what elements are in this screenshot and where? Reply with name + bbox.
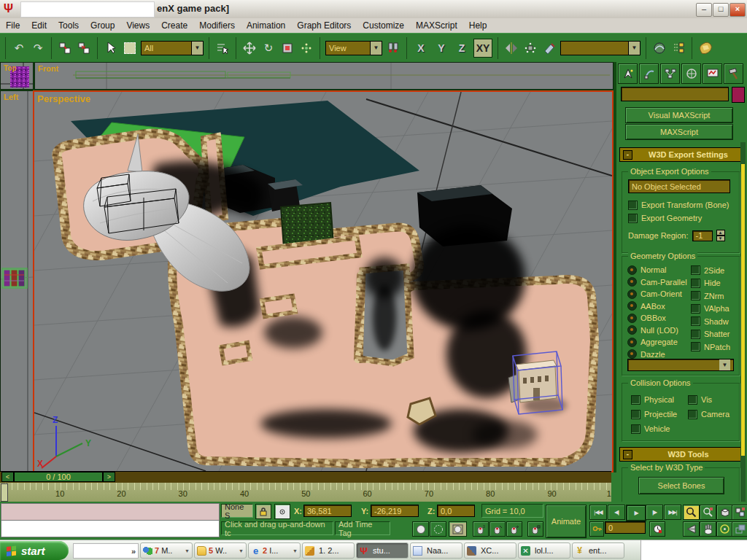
modify-tab-icon[interactable] xyxy=(639,63,659,84)
z-coordinate-field[interactable]: 0,0 xyxy=(437,505,475,517)
checkbox[interactable] xyxy=(628,201,638,210)
play-animation-icon[interactable]: ▶ xyxy=(626,505,646,521)
absolute-offset-toggle-icon[interactable] xyxy=(274,504,290,519)
hierarchy-tab-icon[interactable] xyxy=(660,63,680,84)
axis-x-button[interactable]: X xyxy=(412,39,430,57)
maximize-button[interactable]: □ xyxy=(713,3,729,17)
menu-item[interactable]: MAXScript xyxy=(410,18,463,33)
min-max-toggle-icon[interactable] xyxy=(732,521,747,537)
menu-item[interactable]: Edit xyxy=(26,18,53,33)
pan-hand-icon[interactable] xyxy=(700,521,716,537)
radio-button[interactable] xyxy=(627,338,637,347)
x-coordinate-field[interactable]: 36,581 xyxy=(303,505,352,517)
mouse-percent-icon[interactable] xyxy=(527,521,543,537)
taskbar-button[interactable]: 7 M.. ▼ xyxy=(140,542,193,559)
viewport-front[interactable]: Front xyxy=(34,62,614,90)
use-center-icon[interactable] xyxy=(385,40,401,56)
radio-button[interactable] xyxy=(627,277,637,287)
schematic-view-icon[interactable] xyxy=(670,40,686,56)
previous-frame-icon[interactable]: ◀| xyxy=(608,505,625,520)
radio-button[interactable] xyxy=(627,289,637,299)
quick-launch-area[interactable]: » xyxy=(73,543,139,559)
curve-editor-icon[interactable] xyxy=(651,40,667,56)
next-frame-icon[interactable]: |▶ xyxy=(646,505,663,520)
menu-item[interactable]: Tools xyxy=(53,18,85,33)
track-bar[interactable]: 102030405060708090100 xyxy=(0,483,611,502)
axis-y-button[interactable]: Y xyxy=(433,39,450,57)
taskbar-button[interactable]: Naa... xyxy=(410,542,462,559)
redo-icon[interactable]: ↷ xyxy=(30,40,46,56)
menu-item[interactable]: Help xyxy=(463,18,493,33)
current-frame-field[interactable]: 0 xyxy=(605,521,646,534)
select-bones-button[interactable]: Select Bones xyxy=(638,477,724,494)
checkbox[interactable] xyxy=(631,395,640,405)
previous-frame-arrow[interactable]: < xyxy=(1,472,14,482)
select-scale-icon[interactable] xyxy=(279,40,295,56)
time-slider[interactable]: < 0 / 100 > xyxy=(1,472,115,482)
checkbox[interactable] xyxy=(688,395,697,405)
geometry-dropdown[interactable]: ▼ xyxy=(627,359,734,371)
radio-button[interactable] xyxy=(627,301,637,311)
maxscript-listener-white[interactable] xyxy=(1,520,220,537)
dropdown-arrow-icon[interactable]: ▼ xyxy=(719,359,730,370)
menu-item[interactable]: Modifiers xyxy=(193,18,241,33)
viewport-left[interactable]: Left xyxy=(0,90,34,472)
create-tab-icon[interactable] xyxy=(618,63,638,84)
display-tab-icon[interactable] xyxy=(703,63,722,84)
go-to-start-icon[interactable]: |◀◀ xyxy=(589,505,607,520)
key-mode-icon[interactable] xyxy=(589,521,604,537)
checkbox[interactable] xyxy=(691,291,700,300)
zoom-extents-all-icon[interactable] xyxy=(732,505,747,520)
wireframe-sphere-icon[interactable] xyxy=(430,521,446,537)
snap-toggle-icon[interactable] xyxy=(298,40,314,56)
mouse-snap-icon[interactable] xyxy=(489,521,506,537)
select-by-name-icon[interactable] xyxy=(214,40,231,56)
radio-button[interactable] xyxy=(627,349,637,359)
checkbox[interactable] xyxy=(631,424,640,434)
radio-button[interactable] xyxy=(627,325,637,335)
chevron-icon[interactable]: » xyxy=(129,547,138,556)
dropdown-arrow-icon[interactable]: ▼ xyxy=(370,42,382,55)
utilities-tab-icon[interactable] xyxy=(724,63,743,84)
shaded-sphere-icon[interactable] xyxy=(412,521,429,537)
menu-item[interactable]: Group xyxy=(85,18,120,33)
selection-region-icon[interactable] xyxy=(122,40,138,56)
taskbar-button[interactable]: XC... xyxy=(464,542,516,559)
damage-region-spinner[interactable]: -1 xyxy=(692,230,713,241)
radio-button[interactable] xyxy=(627,265,637,275)
menu-item[interactable]: Create xyxy=(155,18,193,33)
select-rotate-icon[interactable]: ↻ xyxy=(260,40,276,56)
checkbox[interactable] xyxy=(631,410,640,419)
menu-item[interactable]: Customize xyxy=(357,18,410,33)
time-configuration-icon[interactable] xyxy=(649,521,665,537)
spinner-arrows-icon[interactable]: ▲ ▼ xyxy=(716,230,725,241)
dropdown-arrow-icon[interactable]: ▼ xyxy=(628,42,640,55)
scrollbar-thumb[interactable] xyxy=(741,164,745,456)
taskbar-button[interactable]: 5 W.. ▼ xyxy=(194,542,247,559)
track-bar-frame-marker[interactable] xyxy=(1,483,8,502)
w3d-export-settings-rollout[interactable]: - W3D Export Settings xyxy=(619,147,742,162)
boxed-sphere-icon[interactable] xyxy=(449,521,467,537)
zoom-all-icon[interactable] xyxy=(700,505,716,520)
viewport-perspective[interactable]: Perspective xyxy=(33,90,614,472)
animate-button[interactable]: Animate xyxy=(546,505,587,538)
start-button[interactable]: start xyxy=(0,541,69,560)
checkbox[interactable] xyxy=(628,214,638,223)
link-icon[interactable] xyxy=(57,40,73,56)
array-icon[interactable] xyxy=(522,40,538,56)
collapse-icon[interactable]: - xyxy=(623,150,632,160)
time-slider-handle[interactable]: 0 / 100 xyxy=(14,472,103,482)
maxscript-button[interactable]: MAXScript xyxy=(625,124,733,140)
checkbox[interactable] xyxy=(691,265,700,275)
unlink-icon[interactable] xyxy=(76,40,92,56)
select-cursor-icon[interactable] xyxy=(103,40,119,56)
zoom-extents-icon[interactable] xyxy=(716,505,733,520)
selection-lock-icon[interactable] xyxy=(255,504,271,519)
y-coordinate-field[interactable]: -26,219 xyxy=(371,505,419,517)
undo-icon[interactable]: ↶ xyxy=(11,40,27,56)
close-button[interactable]: × xyxy=(729,3,746,17)
checkbox[interactable] xyxy=(691,304,700,314)
selection-filter-dropdown[interactable]: All ▼ xyxy=(141,41,204,55)
arc-rotate-icon[interactable] xyxy=(716,521,733,537)
add-time-tag[interactable]: Add Time Tag xyxy=(335,521,390,535)
